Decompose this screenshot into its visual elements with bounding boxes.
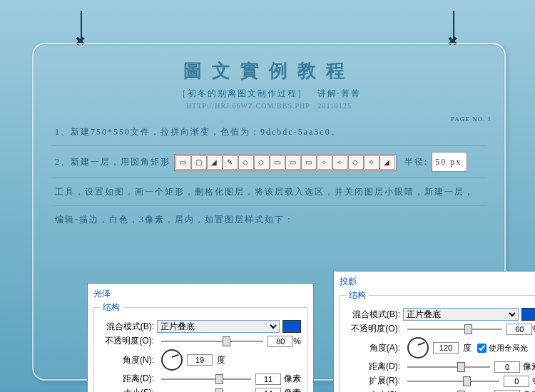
opacity-label: 不透明度(O):: [100, 335, 154, 347]
satin-title: 光泽: [93, 288, 307, 300]
step-2a: 2、新建一层，用圆角矩形: [55, 157, 170, 167]
tool-icon[interactable]: ✧: [364, 155, 379, 170]
blend-label: 混合模式(B):: [100, 321, 154, 333]
opacity-value[interactable]: 80: [268, 336, 293, 347]
divider: [51, 205, 486, 206]
divider: [51, 177, 486, 178]
tool-icon[interactable]: ◢: [379, 155, 395, 170]
dist-value[interactable]: 11: [255, 373, 281, 385]
main-panel: 圖文實例教程 ［初冬的别离图文制作过程］ 讲解·菁菁 HTTP://HRJ.66…: [32, 43, 506, 381]
shadow-group: 结构 混合模式(B):正片叠底 不透明度(O):60% 角度(A):120度使用…: [340, 289, 535, 392]
subtitle: ［初冬的别离图文制作过程］ 讲解·菁菁: [34, 88, 504, 100]
dist-slider[interactable]: [161, 378, 251, 380]
size-value[interactable]: 5: [494, 390, 520, 393]
dist-label: 距离(D):: [100, 373, 154, 385]
tool-icon[interactable]: ▭: [285, 155, 301, 170]
blend-select[interactable]: 正片叠底: [403, 308, 519, 321]
size-label: 大小(S):: [100, 387, 154, 392]
global-check[interactable]: [477, 344, 486, 353]
tool-icon[interactable]: ◢: [207, 155, 223, 170]
tool-icon[interactable]: ▭: [175, 155, 191, 170]
blend-select[interactable]: 正片叠底: [157, 320, 280, 333]
tool-icon[interactable]: ◇: [238, 155, 254, 170]
satin-dialog: 光泽 结构 混合模式(B):正片叠底 不透明度(O):80% 角度(N):19度…: [87, 283, 314, 392]
tool-icon[interactable]: ○: [317, 155, 332, 170]
shape-toolbar[interactable]: ▭▢◢✎◇◇▭▭▭○○◇✧◢: [174, 154, 397, 171]
satin-group: 结构 混合模式(B):正片叠底 不透明度(O):80% 角度(N):19度 距离…: [93, 301, 307, 392]
dist-label: 距离(D):: [346, 361, 400, 373]
radius-input[interactable]: 50 px: [432, 152, 467, 172]
opacity-slider[interactable]: [161, 341, 263, 342]
color-swatch[interactable]: [521, 308, 535, 321]
step-1: 1、新建750*550文件，拉拼向渐变，色值为：9dcbdc-5aa3c0。: [55, 124, 483, 140]
angle-label: 角度(A):: [346, 342, 400, 354]
tool-icon[interactable]: ◇: [254, 155, 270, 170]
source-url: HTTP://HRJ.66WZ.COM/BBS.PHP 20110125: [34, 101, 504, 111]
divider: [51, 145, 486, 146]
shadow-title: 投影: [340, 276, 535, 288]
step-2b: 工具，设置如图，画一个矩形，删格化图层，将该层载入选区，并关闭图层小眼睛，新建一…: [55, 184, 483, 200]
shadow-legend: 结构: [346, 289, 369, 301]
blend-label: 混合模式(B):: [346, 309, 400, 321]
size-label: 大小(S):: [346, 389, 400, 392]
page-title: 圖文實例教程: [34, 58, 504, 83]
satin-legend: 结构: [100, 301, 123, 314]
radius-label: 半径:: [404, 157, 428, 167]
step-2c: 编辑-描边，白色，3像素，居内，如置图层样式如下：: [55, 212, 483, 227]
color-swatch[interactable]: [282, 320, 301, 333]
angle-dial[interactable]: [161, 349, 183, 371]
dist-value[interactable]: 0: [494, 361, 520, 373]
shadow-dialog: 投影 结构 混合模式(B):正片叠底 不透明度(O):60% 角度(A):120…: [333, 271, 535, 392]
opacity-label: 不透明度(O):: [346, 323, 400, 335]
tool-icon[interactable]: ▭: [301, 155, 317, 170]
angle-value[interactable]: 19: [187, 354, 213, 366]
size-value[interactable]: 14: [255, 388, 281, 393]
angle-dial[interactable]: [407, 337, 429, 359]
tool-icon[interactable]: ✎: [223, 155, 238, 170]
ribbon-right: [444, 11, 464, 46]
spread-label: 扩展(R):: [346, 375, 400, 387]
opacity-slider[interactable]: [407, 329, 502, 330]
tool-icon[interactable]: ◇: [348, 155, 364, 170]
ribbon-left: [71, 11, 91, 46]
page-number: PAGE NO. 1: [451, 115, 491, 123]
spread-value[interactable]: 0: [504, 376, 529, 387]
dist-slider[interactable]: [407, 366, 490, 368]
tool-icon[interactable]: ▢: [191, 155, 207, 170]
opacity-value[interactable]: 60: [506, 324, 532, 335]
step-2-row: 2、新建一层，用圆角矩形 ▭▢◢✎◇◇▭▭▭○○◇✧◢ 半径: 50 px: [55, 152, 483, 172]
tool-icon[interactable]: ○: [332, 155, 348, 170]
angle-label: 角度(N):: [100, 354, 154, 366]
spread-slider[interactable]: [407, 381, 499, 382]
angle-value[interactable]: 120: [433, 342, 459, 354]
tool-icon[interactable]: ▭: [270, 155, 285, 170]
